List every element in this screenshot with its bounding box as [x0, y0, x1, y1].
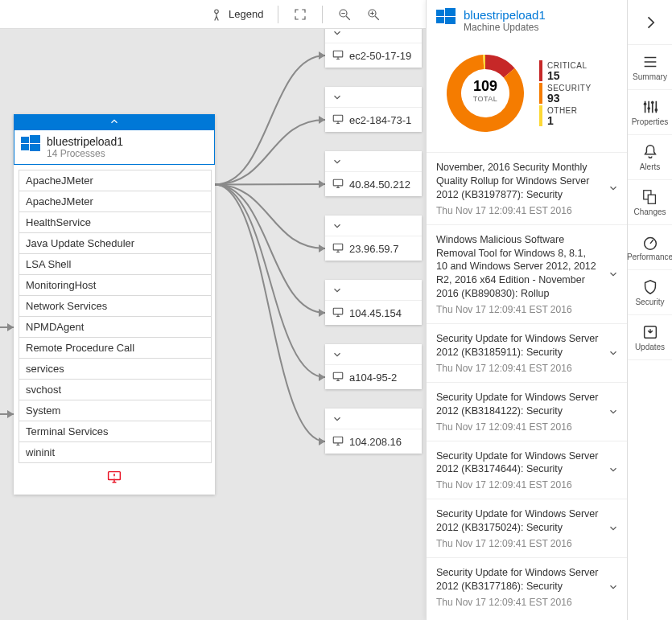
rail-label: Updates — [635, 343, 665, 351]
separator — [322, 6, 323, 23]
chevron-down-icon — [608, 581, 619, 593]
process-row[interactable]: ApacheJMeter — [19, 191, 212, 212]
svg-rect-6 — [30, 144, 40, 151]
remote-node-header[interactable] — [325, 151, 422, 172]
legend-value: 93 — [547, 92, 592, 104]
updates-donut-chart: 109 TOTAL CRITICAL 15 SECURITY 93 OTHER … — [427, 38, 627, 152]
svg-rect-4 — [30, 135, 40, 143]
summary-icon — [641, 53, 659, 71]
update-item[interactable]: Security Update for Windows Server 2012 … — [427, 441, 627, 499]
zoom-out-icon — [337, 7, 352, 22]
alerts-icon — [641, 143, 659, 161]
chevron-down-icon — [608, 183, 619, 194]
remote-node-body: 23.96.59.7 — [325, 236, 422, 261]
svg-rect-13 — [333, 372, 342, 379]
process-row[interactable]: LSA Shell — [19, 253, 212, 275]
rail-changes-button[interactable]: Changes — [628, 180, 672, 225]
remote-node-header[interactable] — [325, 87, 422, 108]
svg-rect-10 — [333, 179, 342, 186]
process-row[interactable]: ApacheJMeter — [19, 170, 212, 191]
remote-node[interactable]: a104-95-2 — [325, 344, 422, 389]
legend-button[interactable]: Legend — [209, 7, 263, 22]
remote-node[interactable]: 104.208.16 — [325, 409, 422, 454]
chevron-down-icon — [608, 464, 619, 475]
process-row[interactable]: Remote Procedure Call — [19, 337, 212, 359]
svg-rect-8 — [333, 51, 342, 57]
updates-icon — [641, 323, 659, 341]
process-row[interactable]: Terminal Services — [19, 421, 212, 442]
legend-icon — [209, 7, 224, 22]
process-row[interactable]: Java Update Scheduler — [19, 232, 212, 254]
svg-point-20 — [643, 103, 646, 106]
windows-icon — [21, 135, 40, 151]
process-row[interactable]: NPMDAgent — [19, 316, 212, 338]
machine-panel-collapse[interactable] — [14, 114, 215, 130]
chevron-down-icon — [608, 406, 619, 417]
remote-node-header[interactable] — [325, 344, 422, 365]
remote-node[interactable]: 104.45.154 — [325, 280, 422, 325]
remote-node-header[interactable] — [325, 280, 422, 301]
process-row[interactable]: services — [19, 358, 212, 380]
process-row[interactable]: wininit — [19, 441, 212, 463]
rail-security-button[interactable]: Security — [628, 270, 672, 315]
remote-node-body: ec2-184-73-1 — [325, 108, 422, 132]
update-item[interactable]: Security Update for Windows Server 2012 … — [427, 557, 627, 616]
rail-updates-button[interactable]: Updates — [628, 315, 672, 360]
chevron-down-icon — [332, 413, 343, 425]
update-item[interactable]: Security Update for Windows Server 2012 … — [427, 323, 627, 382]
svg-point-21 — [647, 107, 650, 110]
fit-button[interactable] — [293, 7, 307, 22]
monitor-icon — [332, 372, 344, 383]
monitor-icon — [332, 50, 344, 61]
update-title: Security Update for Windows Server 2012 … — [436, 507, 600, 535]
remote-node[interactable]: ec2-184-73-1 — [325, 87, 422, 132]
donut-total-label: TOTAL — [441, 95, 530, 103]
rail-alerts-button[interactable]: Alerts — [628, 135, 672, 180]
process-row[interactable]: System — [19, 400, 212, 421]
process-row[interactable]: HealthService — [19, 211, 212, 233]
chevron-down-icon — [332, 349, 343, 360]
zoom-out-button[interactable] — [337, 7, 352, 22]
rail-performance-button[interactable]: Performance — [628, 225, 672, 270]
process-row[interactable]: Network Services — [19, 295, 212, 317]
svg-point-0 — [215, 10, 219, 14]
process-row[interactable]: MonitoringHost — [19, 274, 212, 296]
details-panel: bluestripeload1 Machine Updates 109 TOTA… — [426, 0, 627, 620]
properties-icon — [641, 98, 659, 116]
remote-node-label: a104-95-2 — [349, 372, 397, 384]
update-item[interactable]: Security Update for Windows Server 2012 … — [427, 382, 627, 441]
legend-color-bar — [539, 105, 542, 126]
rail-label: Alerts — [640, 162, 661, 171]
rail-label: Summary — [633, 72, 667, 81]
zoom-in-button[interactable] — [366, 7, 381, 22]
monitor-icon — [332, 436, 344, 447]
remote-node[interactable]: 40.84.50.212 — [325, 151, 422, 196]
chevron-down-icon — [332, 29, 343, 39]
rail-summary-button[interactable]: Summary — [628, 45, 672, 90]
remote-node-body: 104.45.154 — [325, 301, 422, 325]
update-item[interactable]: Windows Malicious Software Removal Tool … — [427, 224, 627, 323]
process-list: ApacheJMeterApacheJMeterHealthServiceJav… — [14, 165, 215, 466]
update-date: Thu Nov 17 12:09:41 EST 2016 — [436, 479, 600, 491]
remote-node[interactable]: 23.96.59.7 — [325, 216, 422, 261]
rail-expand-button[interactable] — [628, 0, 672, 45]
rail-properties-button[interactable]: Properties — [628, 90, 672, 135]
remote-node-header[interactable] — [325, 216, 422, 236]
legend-value: 15 — [547, 70, 587, 81]
remote-node-header[interactable] — [325, 29, 422, 43]
rail-label: Security — [635, 298, 664, 306]
update-item[interactable]: Security Update for Windows Server 2012 … — [427, 499, 627, 557]
process-row[interactable]: svchost — [19, 379, 212, 400]
legend-row: SECURITY 93 — [539, 83, 592, 104]
remote-node[interactable]: ec2-50-17-19 — [325, 29, 422, 68]
svg-rect-9 — [333, 115, 342, 121]
machine-title-row[interactable]: bluestripeload1 14 Processes — [14, 130, 215, 165]
update-item[interactable]: November, 2016 Security Monthly Quality … — [427, 153, 627, 224]
chevron-down-icon — [332, 285, 343, 296]
remote-node-header[interactable] — [325, 409, 422, 429]
monitor-icon — [332, 243, 344, 254]
dependency-map-canvas[interactable]: bluestripeload1 14 Processes ApacheJMete… — [0, 29, 426, 620]
remote-node-label: ec2-50-17-19 — [349, 50, 411, 62]
monitor-icon — [332, 114, 344, 125]
chevron-down-icon — [332, 92, 343, 103]
